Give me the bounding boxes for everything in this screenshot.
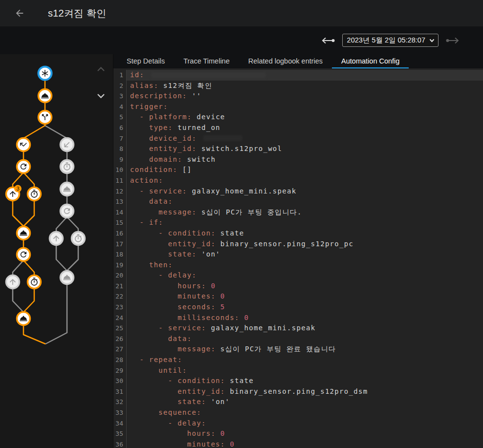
yaml-line[interactable]: 31 entity_id: binary_sensor.ping_s12pro_… (113, 386, 483, 397)
yaml-line[interactable]: 23 seconds: 5 (113, 302, 483, 313)
yaml-line-content: message: s십이 PC가 부팅 중입니다. (127, 207, 483, 218)
yaml-line-content: sequence: (127, 407, 483, 418)
yaml-line[interactable]: 29 until: (113, 365, 483, 376)
yaml-line[interactable]: 22 minutes: 0 (113, 291, 483, 302)
line-number: 10 (113, 165, 127, 175)
service-node[interactable] (61, 271, 74, 284)
line-number: 31 (113, 386, 127, 397)
service-node[interactable] (39, 89, 52, 103)
delay-node[interactable] (28, 276, 41, 289)
condition-node[interactable] (17, 138, 30, 151)
next-trace-button[interactable] (444, 34, 461, 47)
yaml-line[interactable]: 13 data: (113, 196, 483, 207)
delay-node[interactable] (72, 232, 85, 245)
yaml-line[interactable]: 19 then: (113, 260, 483, 271)
line-number: 36 (113, 439, 127, 448)
yaml-line[interactable]: 30 - condition: state (113, 376, 483, 386)
yaml-line[interactable]: 4trigger: (113, 102, 483, 112)
yaml-line[interactable]: 34 - delay: (113, 418, 483, 429)
line-number: 30 (113, 376, 127, 386)
yaml-line-content: message: s십이 PC가 부팅 완료 됐습니다 (127, 344, 483, 355)
repeat-back-node[interactable] (50, 232, 63, 245)
chevron-down-icon (97, 93, 105, 99)
back-button[interactable] (12, 5, 27, 21)
tab-step-details[interactable]: Step Details (117, 54, 174, 68)
yaml-line[interactable]: 9 domain: switch (113, 154, 483, 165)
service-node[interactable] (17, 227, 30, 240)
yaml-line[interactable]: 12 - service: galaxy_home_mini.speak (113, 186, 483, 197)
redacted-value (151, 72, 266, 78)
yaml-line[interactable]: 21 hours: 0 (113, 281, 483, 292)
yaml-line-content: data: (127, 196, 483, 207)
else-branch-node[interactable] (61, 138, 74, 151)
repeat-back-node[interactable] (6, 276, 20, 289)
repeat-node[interactable] (17, 160, 30, 173)
yaml-line[interactable]: 3description: '' (113, 91, 483, 102)
line-number: 34 (113, 418, 127, 429)
yaml-line[interactable]: 28 - repeat: (113, 355, 483, 365)
yaml-line[interactable]: 35 hours: 0 (113, 428, 483, 439)
delay-node[interactable] (28, 188, 41, 201)
line-number: 28 (113, 355, 127, 365)
delay-node[interactable] (61, 160, 74, 173)
tab-related-logbook-entries[interactable]: Related logbook entries (239, 54, 332, 68)
line-number: 7 (113, 133, 127, 144)
line-number: 12 (113, 186, 127, 197)
line-number: 16 (113, 228, 127, 239)
line-number: 11 (113, 175, 127, 186)
line-number: 33 (113, 407, 127, 418)
yaml-line[interactable]: 26 data: (113, 334, 483, 344)
yaml-line[interactable]: 18 state: 'on' (113, 249, 483, 260)
yaml-line[interactable]: 32 state: 'on' (113, 397, 483, 407)
previous-trace-button[interactable] (320, 34, 337, 47)
repeat-node[interactable] (17, 248, 30, 261)
yaml-line[interactable]: 36 minutes: 0 (113, 439, 483, 448)
line-number: 22 (113, 291, 127, 302)
yaml-line[interactable]: 24 milliseconds: 0 (113, 313, 483, 323)
yaml-line-content: description: '' (127, 91, 483, 102)
line-number: 25 (113, 323, 127, 334)
graph-scroll-up-button[interactable] (95, 64, 106, 74)
main-content: 3 Step DetailsTrace TimelineRelated logb… (0, 54, 483, 448)
trigger-node[interactable] (39, 67, 52, 80)
yaml-line[interactable]: 25 - service: galaxy_home_mini.speak (113, 323, 483, 334)
graph-scroll-down-button[interactable] (95, 90, 106, 101)
yaml-line[interactable]: 15 - if: (113, 217, 483, 228)
service-node[interactable] (17, 312, 30, 325)
yaml-line[interactable]: 11action: (113, 175, 483, 186)
chevron-down-icon (429, 39, 435, 43)
yaml-line[interactable]: 5 - platform: device (113, 112, 483, 123)
repeat-back-node[interactable]: 3 (6, 185, 22, 201)
tab-trace-timeline[interactable]: Trace Timeline (174, 54, 239, 68)
line-number: 13 (113, 196, 127, 207)
trace-timestamp-select[interactable]: 2023년 5월 2일 05:28:07 (342, 34, 439, 47)
yaml-line-content: data: (127, 334, 483, 344)
yaml-line[interactable]: 2alias: s12켜짐 확인 (113, 81, 483, 91)
yaml-line[interactable]: 6 type: turned_on (113, 123, 483, 133)
yaml-line[interactable]: 7 device_id: (113, 133, 483, 144)
yaml-line[interactable]: 27 message: s십이 PC가 부팅 완료 됐습니다 (113, 344, 483, 355)
ray-end-arrow-left-icon (321, 37, 336, 44)
yaml-line[interactable]: 14 message: s십이 PC가 부팅 중입니다. (113, 207, 483, 218)
trace-edge-inactive (45, 277, 67, 344)
yaml-line[interactable]: 17 entity_id: binary_sensor.ping_s12pro_… (113, 239, 483, 250)
yaml-line[interactable]: 16 - condition: state (113, 228, 483, 239)
line-number: 3 (113, 91, 127, 102)
line-number: 19 (113, 260, 127, 271)
line-number: 6 (113, 123, 127, 133)
automation-config-yaml[interactable]: 1id:2alias: s12켜짐 확인3description: ''4tri… (113, 68, 483, 448)
yaml-line[interactable]: 10condition: [] (113, 165, 483, 175)
yaml-line-content: minutes: 0 (127, 291, 483, 302)
if-node[interactable] (39, 111, 52, 124)
yaml-line[interactable]: 20 - delay: (113, 270, 483, 281)
tab-automation-config[interactable]: Automation Config (332, 54, 409, 68)
yaml-line-content: - service: galaxy_home_mini.speak (127, 323, 483, 334)
yaml-line[interactable]: 33 sequence: (113, 407, 483, 418)
yaml-line-content: device_id: (127, 133, 483, 144)
yaml-line-content: id: (127, 70, 483, 81)
yaml-line[interactable]: 1id: (113, 70, 483, 81)
service-node[interactable] (61, 183, 74, 196)
yaml-line-content: entity_id: binary_sensor.ping_s12pro_dsm (127, 386, 483, 397)
repeat-node[interactable] (61, 205, 74, 218)
yaml-line[interactable]: 8 entity_id: switch.s12pro_wol (113, 144, 483, 154)
